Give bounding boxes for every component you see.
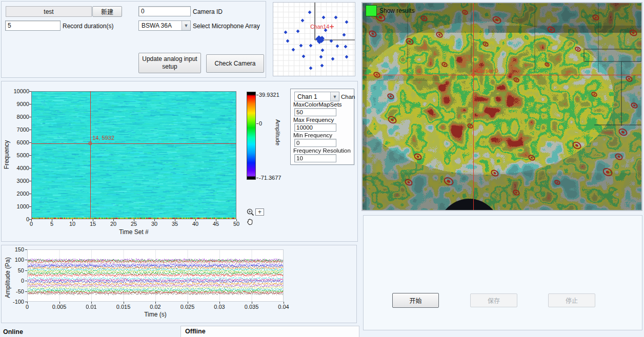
waveform-x-tick-label: 0.035 xyxy=(245,304,259,310)
waveform-panel: Amplitude (Pa) 150100500-50-100 00.0050.… xyxy=(1,245,357,323)
min-frequency-input[interactable] xyxy=(294,139,336,147)
waveform-y-tick-label: 150 xyxy=(7,246,24,252)
max-frequency-label: Max Frequency xyxy=(293,117,334,123)
cursor-tool-icon[interactable]: + xyxy=(255,208,264,216)
mic-array-value: BSWA 36A xyxy=(139,22,172,29)
stop-button[interactable]: 停止 xyxy=(548,293,595,307)
tick-mark xyxy=(29,117,31,117)
spectrogram-y-tick-label: 1000 xyxy=(8,203,29,209)
waveform-x-tick-label: 0.03 xyxy=(214,304,225,310)
tick-mark xyxy=(284,302,284,304)
check-camera-button[interactable]: Check Camera xyxy=(206,54,264,73)
spectrogram-cursor-hline[interactable] xyxy=(31,143,236,144)
waveform-y-tick-label: 100 xyxy=(7,257,24,263)
camera-cursor-vline[interactable] xyxy=(473,3,474,210)
offline-status: Offline xyxy=(185,328,206,335)
colorbar-min-label: -71.3677 xyxy=(259,175,281,181)
spectrogram-y-tick-label: 9000 xyxy=(8,101,29,107)
camera-canvas[interactable] xyxy=(363,3,641,210)
tick-mark xyxy=(29,104,31,104)
test-name-field[interactable]: test xyxy=(6,6,92,17)
show-results-indicator[interactable] xyxy=(366,5,377,16)
waveform-x-tick-label: 0.02 xyxy=(150,304,160,310)
spectrogram-y-tick-label: 5000 xyxy=(8,152,29,158)
mic-array-dropdown[interactable]: BSWA 36A ▼ xyxy=(138,20,191,31)
chevron-down-icon: ▼ xyxy=(330,92,339,101)
waveform-x-tick-label: 0.04 xyxy=(278,304,289,310)
tick-mark xyxy=(25,291,27,292)
waveform-x-tick-label: 0.01 xyxy=(86,304,96,310)
test-name-value: test xyxy=(44,8,53,15)
colorbar-tick-min xyxy=(256,178,258,178)
spectrogram-x-tick-label: 50 xyxy=(233,221,239,227)
spectrogram-x-tick-label: 30 xyxy=(151,221,157,227)
waveform-y-tick-label: 0 xyxy=(7,278,24,284)
max-colormap-label: MaxColorMapSets xyxy=(293,101,342,108)
waveform-canvas xyxy=(27,249,284,302)
min-frequency-label: Min Frequency xyxy=(293,132,332,138)
save-button[interactable]: 保存 xyxy=(470,293,517,307)
mic-array-scatter[interactable]: Chan14 xyxy=(273,3,355,76)
mic-array-plot[interactable]: Chan14 xyxy=(273,2,355,76)
tick-mark xyxy=(252,302,252,304)
spectrogram-x-tick-label: 40 xyxy=(192,221,198,227)
waveform-x-tick-label: 0.005 xyxy=(52,304,67,310)
update-analog-button[interactable]: Update analog input setup xyxy=(138,53,201,73)
camera-cursor-label: Cursor 0 xyxy=(476,68,498,74)
new-button[interactable]: 新建 xyxy=(92,6,122,17)
tick-mark xyxy=(216,219,216,221)
start-button[interactable]: 开始 xyxy=(392,293,439,308)
colorbar-tick-max xyxy=(256,95,258,95)
tick-mark xyxy=(27,302,28,304)
zoom-icon[interactable] xyxy=(246,208,255,217)
tick-mark xyxy=(29,181,31,181)
spectrogram-x-tick-label: 45 xyxy=(213,221,219,227)
waveform-y-tick-label: -100 xyxy=(7,299,24,305)
spectrogram-cursor-marker[interactable] xyxy=(89,142,92,145)
offline-status-box: Offline xyxy=(180,326,359,337)
pan-hand-icon[interactable] xyxy=(246,218,254,226)
tick-mark xyxy=(91,302,92,304)
channel-value: Chan 1 xyxy=(295,93,317,100)
camera-id-input[interactable] xyxy=(138,6,191,16)
colorbar xyxy=(247,92,256,180)
tick-mark xyxy=(29,194,31,194)
frequency-resolution-input[interactable] xyxy=(294,154,336,162)
tick-mark xyxy=(25,249,27,250)
camera-view[interactable]: Cursor 0 Show results xyxy=(361,2,642,211)
spectrogram-cursor-label: 14, 5932 xyxy=(92,135,114,141)
spectrogram-canvas[interactable] xyxy=(31,91,236,219)
record-duration-input[interactable] xyxy=(5,20,61,31)
camera-cursor-hline[interactable] xyxy=(363,75,641,75)
colorbar-mid-label: 0 xyxy=(259,120,262,127)
mic-array-label: Select Microphone Array xyxy=(193,23,260,30)
tick-mark xyxy=(175,219,175,221)
tick-mark xyxy=(134,219,134,221)
spectrogram-y-tick-label: 7000 xyxy=(8,127,29,133)
action-panel: 开始 保存 停止 xyxy=(363,215,642,330)
waveform-x-axis-label: Time (s) xyxy=(144,311,167,318)
tick-mark xyxy=(59,302,60,304)
config-panel: test 新建 Camera ID Record duration(s) BSW… xyxy=(1,1,266,78)
spectrogram-x-tick-label: 35 xyxy=(172,221,178,227)
spectrogram-y-tick-label: 6000 xyxy=(8,139,29,145)
show-results-label: Show results xyxy=(379,7,415,14)
spectrogram-panel: Frequency 010002000300040005000600070008… xyxy=(1,81,358,242)
waveform-x-tick-label: 0 xyxy=(26,304,29,310)
spectrogram-x-tick-label: 10 xyxy=(69,221,75,227)
max-colormap-input[interactable] xyxy=(294,108,336,116)
online-status: Online xyxy=(3,328,23,335)
spectrogram-x-tick-label: 25 xyxy=(131,221,137,227)
chevron-down-icon: ▼ xyxy=(182,21,190,30)
svg-text:Chan14: Chan14 xyxy=(310,24,329,30)
tick-mark xyxy=(219,302,220,304)
spectrogram-y-tick-label: 2000 xyxy=(8,191,29,197)
tick-mark xyxy=(124,302,124,304)
channel-dropdown[interactable]: Chan 1 ▼ xyxy=(294,92,339,101)
max-frequency-input[interactable] xyxy=(294,123,336,132)
spectrogram-cursor-vline[interactable] xyxy=(90,91,91,219)
spectrogram-y-tick-label: 8000 xyxy=(8,114,29,120)
tick-mark xyxy=(195,219,196,221)
tick-mark xyxy=(29,206,31,207)
tick-mark xyxy=(113,219,114,221)
